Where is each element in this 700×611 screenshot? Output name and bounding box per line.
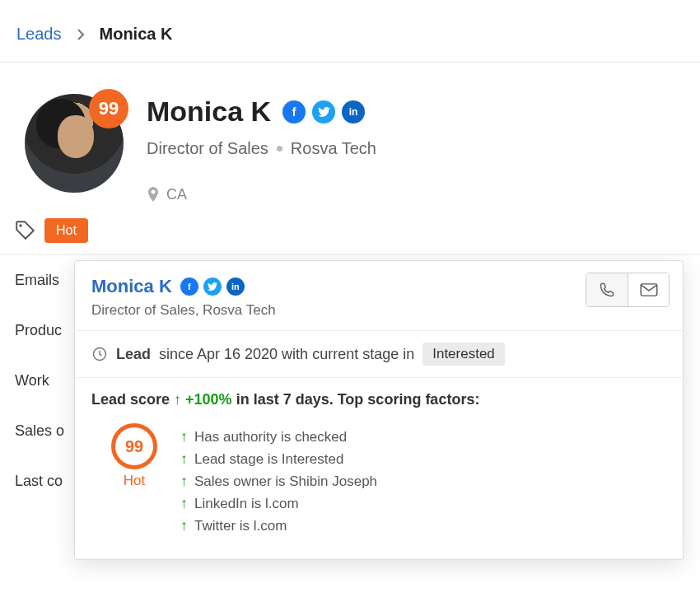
hot-tag[interactable]: Hot: [44, 218, 88, 243]
factor-row: ↑Sales owner is Shibin Joseph: [180, 473, 377, 490]
lead-popup: Monica K f in Director of Sales, Rosva T…: [74, 260, 684, 560]
popup-status-row: Lead since Apr 16 2020 with current stag…: [75, 330, 683, 378]
facebook-icon[interactable]: f: [180, 278, 198, 296]
arrow-up-icon: ↑: [180, 450, 188, 468]
tag-icon[interactable]: [15, 220, 36, 241]
popup-subtitle: Director of Sales, Rosva Tech: [91, 302, 666, 319]
twitter-icon[interactable]: [312, 100, 335, 124]
factor-row: ↑Has authority is checked: [180, 428, 377, 445]
popup-social-links: f in: [180, 278, 245, 296]
twitter-icon[interactable]: [203, 278, 222, 296]
score-summary: Lead score ↑ +100% in last 7 days. Top s…: [91, 391, 666, 408]
popup-actions: [586, 273, 670, 307]
score-ring-wrap: 99 Hot: [91, 423, 157, 489]
profile-info: Monica K f in Director of Sales Rosva Te…: [147, 94, 684, 203]
arrow-up-icon: ↑: [180, 495, 188, 512]
arrow-up-icon: ↑: [180, 473, 188, 490]
factor-row: ↑Twitter is l.com: [180, 517, 377, 534]
profile-header: 99 Monica K f in Director of Sales Rosva…: [0, 63, 700, 212]
tag-row: Hot: [0, 212, 700, 255]
lead-company: Rosva Tech: [291, 139, 376, 158]
trend-up-icon: ↑: [174, 391, 185, 408]
score-delta: +100%: [185, 391, 232, 408]
svg-point-0: [19, 224, 21, 226]
svg-rect-1: [641, 284, 657, 296]
score-ring-label: Hot: [111, 473, 157, 489]
factor-row: ↑LinkedIn is l.com: [180, 495, 377, 512]
breadcrumb-root[interactable]: Leads: [16, 25, 62, 44]
lead-name: Monica K: [147, 96, 271, 128]
lead-score-badge: 99: [89, 89, 128, 128]
factor-text: Lead stage is Interested: [194, 451, 343, 468]
email-button[interactable]: [628, 273, 669, 306]
stage-chip[interactable]: Interested: [422, 343, 505, 366]
avatar-wrap: 99: [25, 94, 124, 193]
score-label: Lead score: [91, 391, 170, 408]
popup-score-section: Lead score ↑ +100% in last 7 days. Top s…: [75, 378, 683, 559]
factor-text: Sales owner is Shibin Joseph: [194, 473, 377, 490]
score-ring: 99: [111, 423, 157, 469]
breadcrumb-current: Monica K: [100, 25, 173, 44]
status-lead-label: Lead: [116, 346, 151, 362]
chevron-right-icon: [77, 28, 85, 41]
status-since: since Apr 16 2020 with current stage in: [159, 346, 414, 363]
facebook-icon[interactable]: f: [282, 100, 306, 124]
lead-title: Director of Sales: [147, 139, 268, 158]
location-pin-icon: [147, 187, 160, 203]
factor-row: ↑Lead stage is Interested: [180, 450, 377, 468]
score-delta-suffix: in last 7 days. Top scoring factors:: [236, 391, 480, 408]
popup-header: Monica K f in Director of Sales, Rosva T…: [75, 261, 683, 330]
popup-lead-name[interactable]: Monica K: [91, 276, 172, 297]
breadcrumb: Leads Monica K: [0, 0, 700, 63]
scoring-factors: ↑Has authority is checked ↑Lead stage is…: [180, 423, 377, 539]
linkedin-icon[interactable]: in: [342, 100, 365, 124]
factor-text: LinkedIn is l.com: [194, 496, 299, 512]
arrow-up-icon: ↑: [180, 517, 188, 534]
clock-icon: [91, 346, 108, 362]
call-button[interactable]: [586, 273, 628, 306]
dot-separator: [277, 146, 282, 152]
factor-text: Has authority is checked: [194, 429, 347, 445]
arrow-up-icon: ↑: [180, 428, 188, 445]
factor-text: Twitter is l.com: [194, 518, 287, 534]
linkedin-icon[interactable]: in: [226, 278, 245, 296]
lead-location: CA: [166, 186, 187, 203]
social-links: f in: [282, 100, 365, 124]
